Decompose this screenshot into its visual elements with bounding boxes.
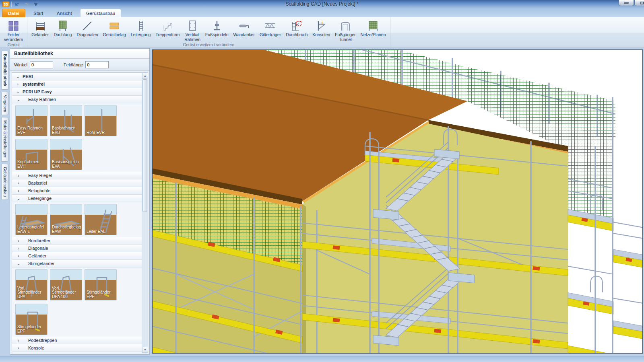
chevron-right-icon[interactable]: ›: [16, 253, 21, 258]
tree-group-basisstiel[interactable]: ›Basisstiel: [12, 179, 142, 187]
treppenturm-button[interactable]: Treppenturm: [153, 19, 182, 38]
side-tab-geb-udeausbau[interactable]: Gebäudeausbau: [2, 164, 8, 200]
tree-group-leiterg-nge[interactable]: ⌄Leitergänge: [12, 195, 142, 202]
fu-g-nger-tunnel-button[interactable]: Fußgänger Tunnel: [332, 19, 358, 43]
dachfang-icon: [57, 20, 69, 32]
tree-group-easy-riegel[interactable]: ›Easy Riegel: [12, 172, 142, 179]
component-card-durchstiegbelag-eaw[interactable]: Durchstiegbelag EAW: [50, 204, 82, 235]
tree-group-label: Bordbretter: [28, 238, 50, 243]
tab-ger-stausbau[interactable]: Gerüstausbau: [80, 9, 121, 17]
button-label: Vertikal Rahmen: [184, 32, 200, 42]
tree-group-stirngel-nder[interactable]: ⌄Stirngeländer: [12, 260, 142, 267]
library-fields: WinkelFeldlänge: [10, 59, 149, 71]
component-card-leitergangtafel-eaw-l[interactable]: Leitergangtafel EAW-L: [15, 204, 47, 235]
tree-group-gel-nder[interactable]: ›Geländer: [12, 252, 142, 260]
gittertr-ger-button[interactable]: Gitterträger: [257, 19, 283, 38]
app-window: 3D Scaffolding CAD [Neues Projekt] * Dat…: [0, 0, 644, 362]
component-card-stirngel-nder-epf[interactable]: Stirngeländer EPF: [85, 269, 117, 300]
tab-ansicht[interactable]: Ansicht: [51, 9, 78, 17]
netze-planen-button[interactable]: Netze/Planen: [358, 19, 388, 38]
dachfang-button[interactable]: Dachfang: [51, 19, 74, 38]
chevron-right-icon[interactable]: ›: [16, 246, 21, 251]
leitergang-icon: [135, 20, 147, 32]
scroll-down-icon[interactable]: ▼: [142, 347, 148, 353]
tree-group-belagbohle[interactable]: ›Belagbohle: [12, 187, 142, 195]
chevron-right-icon[interactable]: ›: [16, 181, 21, 185]
side-tab-bauteilbibliothek[interactable]: Bauteilbibliothek: [2, 51, 8, 90]
belag-icon: [108, 20, 120, 32]
spindel-icon: [211, 20, 223, 32]
chevron-down-icon[interactable]: ⌄: [16, 261, 21, 266]
fu-spindeln-button[interactable]: Fußspindeln: [203, 19, 231, 38]
tree-group-konsole[interactable]: ›Konsole: [12, 344, 142, 352]
tab-start[interactable]: Start: [28, 9, 49, 17]
tree-group-podesttreppen[interactable]: ›Podesttreppen: [12, 337, 142, 344]
tab-datei[interactable]: Datei: [2, 9, 25, 17]
library-tree: ⌄PERI›systemfrei⌄PERI UP Easy⌄Easy Rahme…: [12, 72, 148, 353]
component-card-stirngel-nder-epf[interactable]: Stirngeländer EPF: [15, 304, 47, 335]
chevron-down-icon[interactable]: ⌄: [15, 89, 20, 95]
konsolen-button[interactable]: Konsolen: [310, 19, 332, 38]
tree-group-systemfrei[interactable]: ›systemfrei: [12, 80, 142, 88]
chevron-right-icon[interactable]: ›: [15, 82, 20, 86]
tree-group-label: Belagbohle: [28, 188, 50, 193]
ribbon-group-ger-st-erweitern-ver-ndern: GeländerDachfangDiagonalenGerüstbelagLei…: [27, 17, 390, 47]
tree-group-peri-up-easy[interactable]: ⌄PERI UP Easy: [12, 88, 142, 96]
feldl-nge-input[interactable]: [85, 61, 109, 68]
vertikal-rahmen-button[interactable]: Vertikal Rahmen: [182, 19, 203, 43]
ger-stbelag-button[interactable]: Gerüstbelag: [101, 19, 128, 38]
side-tab-vorgaben[interactable]: Vorgaben: [2, 92, 8, 115]
side-tab-materialeinstellungen[interactable]: Materialeinstellungen: [2, 117, 8, 162]
component-card-label: Vorl. Stirngeländer UPA 100: [52, 286, 76, 299]
tree-scrollbar[interactable]: ▲ ▼: [142, 73, 148, 353]
chevron-down-icon[interactable]: ⌄: [16, 196, 21, 201]
minimize-button[interactable]: [619, 0, 634, 6]
winkel-input[interactable]: [30, 61, 53, 68]
gel-nder-button[interactable]: Geländer: [29, 19, 51, 38]
leitergang-button[interactable]: Leitergang: [128, 19, 153, 38]
button-label: Felder verändern: [4, 32, 23, 42]
side-tab-strip: BauteilbibliothekVorgabenMaterialeinstel…: [0, 48, 10, 355]
button-label: Treppenturm: [155, 32, 180, 37]
scroll-up-icon[interactable]: ▲: [142, 73, 148, 79]
tree-group-peri[interactable]: ⌄PERI: [12, 73, 142, 80]
tree-group-bordbretter[interactable]: ›Bordbretter: [12, 237, 142, 245]
button-label: Wandanker: [233, 32, 255, 37]
component-card-easy-rahmen-evf[interactable]: Easy Rahmen EVF: [15, 105, 47, 136]
wandanker-button[interactable]: Wandanker: [231, 19, 257, 38]
chevron-down-icon[interactable]: ⌄: [16, 97, 21, 102]
tree-group-label: Konsole: [28, 346, 44, 350]
chevron-down-icon[interactable]: ⌄: [15, 74, 20, 79]
component-card-basisrahmen-evb[interactable]: Basisrahmen EVB: [50, 105, 82, 136]
component-card-kopfrahmen-evh[interactable]: Kopfrahmen EVH: [15, 139, 47, 170]
3d-viewport[interactable]: [152, 49, 643, 354]
chevron-right-icon[interactable]: ›: [16, 338, 21, 343]
traeger-icon: [264, 20, 276, 32]
component-card-basisausgleich-eva[interactable]: Basisausgleich EVA: [50, 139, 82, 170]
tree-group-diagonale[interactable]: ›Diagonale: [12, 245, 142, 252]
diagonalen-button[interactable]: Diagonalen: [74, 19, 100, 38]
component-card-vorl-stirngel-nder-upa[interactable]: Vorl. Stirngeländer UPA: [15, 269, 47, 300]
felder-icon: [8, 20, 20, 32]
tree-group-label: Leitergänge: [28, 196, 52, 201]
tree-group-easy-rahmen[interactable]: ⌄Easy Rahmen: [12, 96, 142, 103]
tree-group-label: Stirngeländer: [28, 261, 54, 266]
component-card-grid: Stirngeländer EPF: [12, 302, 142, 337]
chevron-right-icon[interactable]: ›: [16, 188, 21, 193]
felder-ver-ndern-button[interactable]: Felder verändern: [2, 19, 25, 43]
durchbruch-button[interactable]: Durchbruch: [283, 19, 310, 38]
tree-group-label: PERI: [23, 74, 33, 79]
button-label: Fußspindeln: [205, 32, 229, 37]
chevron-right-icon[interactable]: ›: [16, 173, 21, 178]
tree-group-label: Easy Riegel: [28, 173, 52, 178]
component-card-rohr-evr[interactable]: Rohr EVR: [85, 105, 117, 136]
tree-group-label: systemfrei: [23, 82, 45, 86]
component-card-vorl-stirngel-nder-upa-100[interactable]: Vorl. Stirngeländer UPA 100: [50, 269, 82, 300]
chevron-right-icon[interactable]: ›: [16, 346, 21, 350]
scrollbar-thumb[interactable]: [142, 79, 147, 212]
button-label: Dachfang: [54, 32, 72, 37]
chevron-right-icon[interactable]: ›: [16, 238, 21, 243]
component-card-leiter-eal[interactable]: Leiter EAL: [85, 204, 117, 235]
maximize-button[interactable]: [634, 0, 644, 6]
component-card-label: Leitergangtafel EAW-L: [17, 225, 44, 234]
